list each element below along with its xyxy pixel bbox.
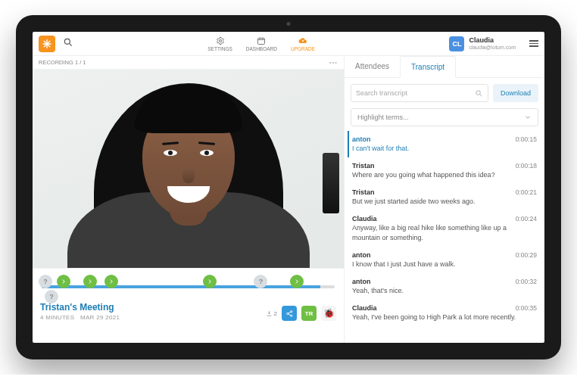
entry-timestamp[interactable]: 0:00:24 — [516, 215, 537, 222]
tab-transcript[interactable]: Transcript — [400, 56, 456, 78]
app-screen: SETTINGS DASHBOARD UPGRADE CL Claudia cl… — [33, 32, 544, 343]
entry-text: Yeah, I've been going to High Park a lot… — [352, 313, 537, 322]
entry-timestamp[interactable]: 0:00:35 — [516, 304, 537, 312]
app-logo[interactable] — [39, 36, 55, 52]
entry-text: But we just started aside two weeks ago. — [352, 197, 537, 206]
top-bar: SETTINGS DASHBOARD UPGRADE CL Claudia cl… — [33, 32, 544, 56]
entry-text: Yeah, that's nice. — [352, 286, 537, 295]
search-transcript-box[interactable] — [351, 84, 488, 102]
transcript-entry[interactable]: Tristan0:00:18Where are you going what h… — [351, 157, 541, 184]
gear-icon — [216, 36, 225, 45]
fireflies-icon: 🐞 — [323, 308, 335, 319]
search-icon[interactable] — [63, 37, 73, 51]
svg-line-17 — [480, 94, 482, 96]
entry-speaker: Tristan — [352, 162, 375, 170]
entry-timestamp[interactable]: 0:00:21 — [516, 188, 537, 196]
transcript-entry[interactable]: anton0:00:32Yeah, that's nice. — [351, 273, 541, 300]
svg-point-6 — [219, 39, 221, 42]
timeline-marker-question[interactable]: ? — [45, 290, 58, 303]
tabs: Attendees Transcript — [345, 56, 544, 78]
entry-timestamp[interactable]: 0:00:15 — [516, 135, 537, 143]
entry-text: Where are you going what happened this i… — [352, 170, 537, 179]
svg-line-15 — [288, 313, 290, 315]
highlight-placeholder: Highlight terms... — [357, 114, 409, 121]
nav-settings-label: SETTINGS — [207, 46, 232, 51]
transcript-list[interactable]: anton0:00:15I can't wait for that.Trista… — [345, 131, 544, 343]
search-transcript-input[interactable] — [356, 89, 475, 97]
video-area[interactable] — [33, 70, 344, 268]
body: RECORDING 1 / 1 ••• — [33, 56, 544, 343]
download-small-icon — [266, 310, 273, 317]
search-small-icon — [475, 89, 483, 98]
entry-timestamp[interactable]: 0:00:32 — [516, 278, 537, 285]
entry-speaker: Claudia — [352, 215, 377, 222]
nav-center: SETTINGS DASHBOARD UPGRADE — [207, 36, 315, 51]
timeline-marker-highlight[interactable] — [290, 275, 304, 288]
tab-attendees[interactable]: Attendees — [345, 56, 400, 77]
meeting-info-bar: Tristan's Meeting 4 MINUTES MAR 29 2021 … — [33, 296, 344, 328]
svg-rect-7 — [258, 38, 265, 44]
recording-bar: RECORDING 1 / 1 ••• — [33, 56, 344, 70]
entry-speaker: anton — [352, 278, 371, 285]
entry-text: I can't wait for that. — [352, 144, 537, 153]
chevron-down-icon — [524, 114, 532, 121]
meeting-meta: 4 MINUTES MAR 29 2021 — [40, 314, 120, 321]
cloud-upload-icon — [298, 36, 307, 45]
user-text: Claudia claudia@lotum.com — [469, 37, 516, 51]
tr-button[interactable]: TR — [301, 306, 317, 321]
user-email: claudia@lotum.com — [469, 45, 516, 51]
timeline-marker-highlight[interactable] — [104, 275, 118, 288]
transcript-entry[interactable]: anton0:00:15I can't wait for that. — [348, 131, 541, 157]
transcript-entry[interactable]: Claudia0:00:24Anyway, like a big real hi… — [351, 210, 541, 246]
camera-dot — [287, 22, 291, 26]
device-frame: SETTINGS DASHBOARD UPGRADE CL Claudia cl… — [16, 15, 561, 359]
logo-asterisk-icon — [42, 39, 52, 49]
svg-line-5 — [69, 43, 71, 45]
download-button[interactable]: Download — [493, 84, 538, 102]
timeline-marker-question[interactable]: ? — [39, 275, 52, 288]
timeline-track[interactable]: ??? — [39, 275, 338, 293]
entry-text: I know that I just Just have a walk. — [352, 260, 537, 269]
right-panel: Attendees Transcript Download Highlight … — [345, 56, 544, 343]
entry-speaker: Tristan — [352, 188, 375, 196]
transcript-entry[interactable]: anton0:00:29I know that I just Just have… — [351, 247, 541, 273]
recording-more-icon[interactable]: ••• — [329, 59, 338, 66]
background-equipment — [323, 153, 339, 213]
highlight-terms-select[interactable]: Highlight terms... — [351, 108, 538, 126]
svg-point-16 — [476, 90, 481, 95]
left-panel: RECORDING 1 / 1 ••• — [33, 56, 345, 343]
meeting-date: MAR 29 2021 — [80, 314, 120, 321]
timeline: ??? — [33, 268, 344, 296]
user-name: Claudia — [469, 37, 516, 45]
svg-point-4 — [64, 39, 70, 44]
recording-label: RECORDING 1 / 1 — [39, 59, 86, 66]
menu-icon[interactable] — [529, 40, 538, 47]
transcript-entry[interactable]: Tristan0:00:21But we just started aside … — [351, 184, 541, 210]
meeting-title[interactable]: Tristan's Meeting — [40, 302, 120, 313]
avatar: CL — [449, 36, 464, 51]
calendar-icon — [257, 36, 266, 45]
attendee-count: 2 — [266, 310, 277, 317]
entry-speaker: anton — [352, 251, 371, 259]
nav-upgrade-label: UPGRADE — [291, 46, 315, 51]
share-button[interactable] — [282, 306, 297, 321]
nav-settings[interactable]: SETTINGS — [207, 36, 232, 51]
entry-timestamp[interactable]: 0:00:18 — [516, 162, 537, 170]
share-icon — [285, 310, 294, 318]
entry-speaker: Claudia — [352, 304, 377, 312]
transcript-entry[interactable]: Claudia0:00:35Yeah, I've been going to H… — [351, 300, 541, 326]
user-block[interactable]: CL Claudia claudia@lotum.com — [449, 36, 516, 51]
entry-timestamp[interactable]: 0:00:29 — [516, 251, 537, 259]
svg-line-14 — [288, 312, 290, 313]
entry-speaker: anton — [352, 135, 371, 143]
transcript-search-row: Download — [345, 78, 544, 108]
nav-dashboard[interactable]: DASHBOARD — [246, 36, 277, 51]
timeline-marker-highlight[interactable] — [57, 275, 70, 288]
nav-upgrade[interactable]: UPGRADE — [291, 36, 315, 51]
meeting-duration: 4 MINUTES — [40, 314, 74, 321]
nav-dashboard-label: DASHBOARD — [246, 46, 277, 51]
integration-button[interactable]: 🐞 — [321, 306, 336, 321]
entry-text: Anyway, like a big real hike like someth… — [352, 223, 537, 241]
